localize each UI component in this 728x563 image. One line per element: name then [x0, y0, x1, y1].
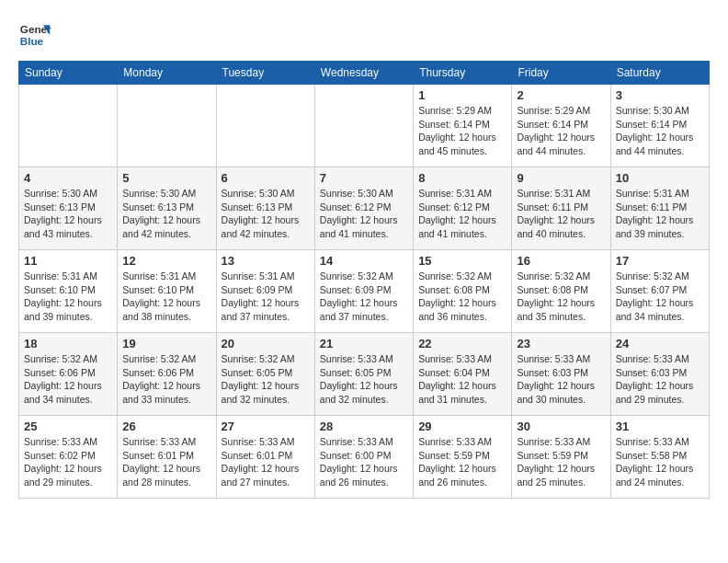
calendar-cell: 6Sunrise: 5:30 AM Sunset: 6:13 PM Daylig…	[216, 167, 314, 250]
day-number: 11	[24, 254, 112, 268]
day-info: Sunrise: 5:31 AM Sunset: 6:11 PM Dayligh…	[517, 187, 605, 241]
day-number: 10	[616, 171, 704, 185]
calendar-cell: 25Sunrise: 5:33 AM Sunset: 6:02 PM Dayli…	[19, 416, 118, 499]
calendar-cell: 5Sunrise: 5:30 AM Sunset: 6:13 PM Daylig…	[118, 167, 216, 250]
calendar-cell: 9Sunrise: 5:31 AM Sunset: 6:11 PM Daylig…	[512, 167, 610, 250]
column-header-monday: Monday	[118, 62, 216, 85]
column-header-tuesday: Tuesday	[216, 62, 314, 85]
day-info: Sunrise: 5:33 AM Sunset: 6:05 PM Dayligh…	[320, 352, 408, 407]
day-info: Sunrise: 5:30 AM Sunset: 6:13 PM Dayligh…	[222, 187, 310, 241]
column-header-thursday: Thursday	[414, 62, 512, 85]
calendar-cell: 4Sunrise: 5:30 AM Sunset: 6:13 PM Daylig…	[19, 167, 118, 250]
day-number: 28	[320, 419, 408, 433]
calendar-cell: 24Sunrise: 5:33 AM Sunset: 6:03 PM Dayli…	[610, 333, 709, 416]
calendar-cell: 16Sunrise: 5:32 AM Sunset: 6:08 PM Dayli…	[512, 250, 610, 333]
calendar-cell: 14Sunrise: 5:32 AM Sunset: 6:09 PM Dayli…	[314, 250, 413, 333]
day-number: 6	[222, 171, 310, 185]
calendar-header-row: SundayMondayTuesdayWednesdayThursdayFrid…	[19, 62, 710, 85]
calendar-cell: 10Sunrise: 5:31 AM Sunset: 6:11 PM Dayli…	[610, 167, 709, 250]
calendar-cell: 12Sunrise: 5:31 AM Sunset: 6:10 PM Dayli…	[118, 250, 216, 333]
calendar-cell: 19Sunrise: 5:32 AM Sunset: 6:06 PM Dayli…	[118, 333, 216, 416]
day-number: 21	[320, 337, 408, 350]
day-info: Sunrise: 5:33 AM Sunset: 6:00 PM Dayligh…	[320, 435, 408, 489]
svg-text:Blue: Blue	[20, 35, 44, 47]
calendar-cell: 7Sunrise: 5:30 AM Sunset: 6:12 PM Daylig…	[314, 167, 413, 250]
calendar-cell: 13Sunrise: 5:31 AM Sunset: 6:09 PM Dayli…	[216, 250, 314, 333]
day-info: Sunrise: 5:33 AM Sunset: 6:01 PM Dayligh…	[122, 435, 210, 489]
day-info: Sunrise: 5:33 AM Sunset: 5:59 PM Dayligh…	[517, 435, 605, 489]
day-number: 26	[122, 419, 210, 433]
day-number: 4	[24, 171, 112, 185]
day-info: Sunrise: 5:33 AM Sunset: 6:04 PM Dayligh…	[418, 352, 506, 407]
day-info: Sunrise: 5:32 AM Sunset: 6:07 PM Dayligh…	[616, 270, 704, 324]
calendar-cell: 11Sunrise: 5:31 AM Sunset: 6:10 PM Dayli…	[19, 250, 118, 333]
calendar-cell: 18Sunrise: 5:32 AM Sunset: 6:06 PM Dayli…	[19, 333, 118, 416]
column-header-sunday: Sunday	[19, 62, 118, 85]
day-info: Sunrise: 5:32 AM Sunset: 6:08 PM Dayligh…	[418, 270, 506, 324]
day-number: 14	[320, 254, 408, 268]
day-info: Sunrise: 5:29 AM Sunset: 6:14 PM Dayligh…	[418, 104, 506, 158]
calendar-cell: 29Sunrise: 5:33 AM Sunset: 5:59 PM Dayli…	[414, 416, 512, 499]
day-info: Sunrise: 5:31 AM Sunset: 6:10 PM Dayligh…	[24, 270, 112, 324]
day-info: Sunrise: 5:31 AM Sunset: 6:11 PM Dayligh…	[616, 187, 704, 241]
day-info: Sunrise: 5:32 AM Sunset: 6:05 PM Dayligh…	[222, 352, 310, 407]
calendar-cell: 30Sunrise: 5:33 AM Sunset: 5:59 PM Dayli…	[512, 416, 610, 499]
day-info: Sunrise: 5:30 AM Sunset: 6:13 PM Dayligh…	[122, 187, 210, 241]
week-row-3: 11Sunrise: 5:31 AM Sunset: 6:10 PM Dayli…	[19, 250, 710, 333]
calendar-cell: 2Sunrise: 5:29 AM Sunset: 6:14 PM Daylig…	[512, 85, 610, 167]
day-info: Sunrise: 5:31 AM Sunset: 6:10 PM Dayligh…	[122, 270, 210, 324]
calendar-cell: 28Sunrise: 5:33 AM Sunset: 6:00 PM Dayli…	[314, 416, 413, 499]
column-header-wednesday: Wednesday	[314, 62, 413, 85]
day-info: Sunrise: 5:30 AM Sunset: 6:13 PM Dayligh…	[24, 187, 112, 241]
day-info: Sunrise: 5:30 AM Sunset: 6:14 PM Dayligh…	[616, 104, 704, 158]
column-header-friday: Friday	[512, 62, 610, 85]
day-info: Sunrise: 5:32 AM Sunset: 6:09 PM Dayligh…	[320, 270, 408, 324]
day-info: Sunrise: 5:33 AM Sunset: 5:59 PM Dayligh…	[418, 435, 506, 489]
day-number: 20	[222, 337, 310, 350]
calendar-cell: 17Sunrise: 5:32 AM Sunset: 6:07 PM Dayli…	[610, 250, 709, 333]
calendar-cell	[314, 85, 413, 167]
day-number: 22	[418, 337, 506, 350]
day-number: 31	[616, 419, 704, 433]
calendar-cell: 20Sunrise: 5:32 AM Sunset: 6:05 PM Dayli…	[216, 333, 314, 416]
calendar-cell: 26Sunrise: 5:33 AM Sunset: 6:01 PM Dayli…	[118, 416, 216, 499]
logo: General Blue	[18, 18, 51, 52]
calendar-cell	[19, 85, 118, 167]
day-info: Sunrise: 5:31 AM Sunset: 6:12 PM Dayligh…	[418, 187, 506, 241]
day-number: 9	[517, 171, 605, 185]
calendar-cell	[118, 85, 216, 167]
day-info: Sunrise: 5:30 AM Sunset: 6:12 PM Dayligh…	[320, 187, 408, 241]
calendar-cell: 31Sunrise: 5:33 AM Sunset: 5:58 PM Dayli…	[610, 416, 709, 499]
day-info: Sunrise: 5:29 AM Sunset: 6:14 PM Dayligh…	[517, 104, 605, 158]
day-number: 17	[616, 254, 704, 268]
page-header: General Blue	[18, 18, 710, 52]
day-number: 18	[24, 337, 112, 350]
calendar-cell: 23Sunrise: 5:33 AM Sunset: 6:03 PM Dayli…	[512, 333, 610, 416]
day-number: 1	[418, 88, 506, 102]
day-number: 3	[616, 88, 704, 102]
column-header-saturday: Saturday	[610, 62, 709, 85]
day-number: 25	[24, 419, 112, 433]
day-info: Sunrise: 5:33 AM Sunset: 5:58 PM Dayligh…	[616, 435, 704, 489]
day-info: Sunrise: 5:32 AM Sunset: 6:06 PM Dayligh…	[122, 352, 210, 407]
week-row-2: 4Sunrise: 5:30 AM Sunset: 6:13 PM Daylig…	[19, 167, 710, 250]
week-row-4: 18Sunrise: 5:32 AM Sunset: 6:06 PM Dayli…	[19, 333, 710, 416]
day-number: 27	[222, 419, 310, 433]
week-row-1: 1Sunrise: 5:29 AM Sunset: 6:14 PM Daylig…	[19, 85, 710, 167]
logo-icon: General Blue	[18, 18, 51, 52]
calendar-cell: 21Sunrise: 5:33 AM Sunset: 6:05 PM Dayli…	[314, 333, 413, 416]
day-info: Sunrise: 5:32 AM Sunset: 6:08 PM Dayligh…	[517, 270, 605, 324]
calendar-cell: 8Sunrise: 5:31 AM Sunset: 6:12 PM Daylig…	[414, 167, 512, 250]
calendar-cell	[216, 85, 314, 167]
day-info: Sunrise: 5:33 AM Sunset: 6:03 PM Dayligh…	[517, 352, 605, 407]
day-info: Sunrise: 5:31 AM Sunset: 6:09 PM Dayligh…	[222, 270, 310, 324]
calendar-cell: 27Sunrise: 5:33 AM Sunset: 6:01 PM Dayli…	[216, 416, 314, 499]
calendar-cell: 3Sunrise: 5:30 AM Sunset: 6:14 PM Daylig…	[610, 85, 709, 167]
day-number: 16	[517, 254, 605, 268]
day-info: Sunrise: 5:33 AM Sunset: 6:03 PM Dayligh…	[616, 352, 704, 407]
day-number: 2	[517, 88, 605, 102]
day-number: 8	[418, 171, 506, 185]
day-info: Sunrise: 5:33 AM Sunset: 6:01 PM Dayligh…	[222, 435, 310, 489]
calendar-table: SundayMondayTuesdayWednesdayThursdayFrid…	[18, 61, 710, 499]
day-info: Sunrise: 5:32 AM Sunset: 6:06 PM Dayligh…	[24, 352, 112, 407]
